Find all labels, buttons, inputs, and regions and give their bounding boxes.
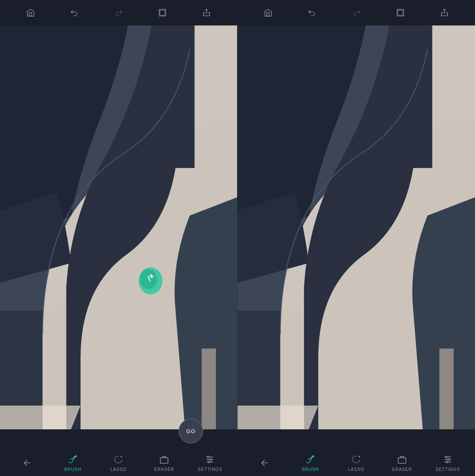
brush-tool-icon [67,454,79,465]
right-share-icon[interactable] [437,5,452,20]
right-bottom-bar: BrUSh LASSO ERaSER SETTING [238,429,475,476]
settings-tool[interactable]: SETTINGS [197,454,223,472]
home-icon[interactable] [23,5,38,20]
svg-point-13 [208,461,210,463]
eraser-label: ERaSeR [154,467,174,472]
layers-icon[interactable] [155,5,170,20]
left-bottom-tools: BRUSH LASSO ERaSeR SETTING [0,454,237,472]
right-back-button[interactable] [252,457,277,469]
right-undo-icon[interactable] [305,5,320,20]
lasso-tool[interactable]: LASSO [106,454,131,472]
right-settings-label: SETTINGS [436,467,460,472]
svg-point-5 [140,269,157,289]
svg-rect-7 [160,458,168,463]
right-eraser-tool[interactable]: ERaSER [389,454,415,472]
eraser-tool[interactable]: ERaSeR [151,454,177,472]
right-brush-tool[interactable]: BrUSh [298,454,323,472]
brush-label: BRUSH [64,467,81,472]
right-lasso-tool-icon [350,454,362,465]
svg-point-24 [446,461,448,463]
brush-tool[interactable]: BRUSH [60,454,86,472]
right-toolbar [238,0,475,25]
redo-icon[interactable] [111,5,126,20]
left-panel: GO BRUSH LASSO [0,0,238,476]
right-scene-svg [238,25,475,429]
lasso-tool-icon [112,454,124,465]
right-bottom-tools: BrUSh LASSO ERaSER SETTING [238,454,475,472]
settings-tool-icon [204,454,216,465]
arrow-left-icon [21,457,33,469]
right-lasso-tool[interactable]: LASSO [344,454,369,472]
brush-stroke [136,263,165,297]
right-settings-tool[interactable]: SETTINGS [435,454,461,472]
right-brush-tool-icon [305,454,316,465]
right-layers-icon[interactable] [393,5,408,20]
right-canvas[interactable] [238,25,475,429]
left-scene-svg [0,25,237,429]
svg-point-11 [207,456,209,458]
svg-rect-17 [439,349,454,429]
left-bottom-bar: GO BRUSH LASSO [0,429,237,476]
left-toolbar [0,0,237,25]
go-button[interactable]: GO [179,419,203,443]
svg-rect-18 [398,458,406,463]
right-settings-tool-icon [442,454,454,465]
svg-rect-15 [398,10,403,16]
svg-point-23 [448,459,450,460]
settings-label: SETTINGS [198,467,222,472]
left-canvas[interactable] [0,25,237,429]
undo-icon[interactable] [67,5,82,20]
svg-point-12 [210,459,212,460]
right-arrow-left-icon [259,457,271,469]
right-lasso-label: LASSO [348,467,364,472]
right-panel: BrUSh LASSO ERaSER SETTING [238,0,475,476]
right-home-icon[interactable] [260,5,276,20]
eraser-tool-icon [158,454,170,465]
back-button[interactable] [14,457,40,469]
svg-rect-3 [202,349,216,429]
share-icon[interactable] [199,5,214,20]
svg-rect-1 [160,10,165,16]
svg-point-22 [445,456,447,458]
right-eraser-tool-icon [396,454,408,465]
right-brush-label: BrUSh [302,467,319,472]
right-redo-icon[interactable] [349,5,364,20]
lasso-label: LASSO [110,467,126,472]
right-eraser-label: ERaSER [392,467,412,472]
